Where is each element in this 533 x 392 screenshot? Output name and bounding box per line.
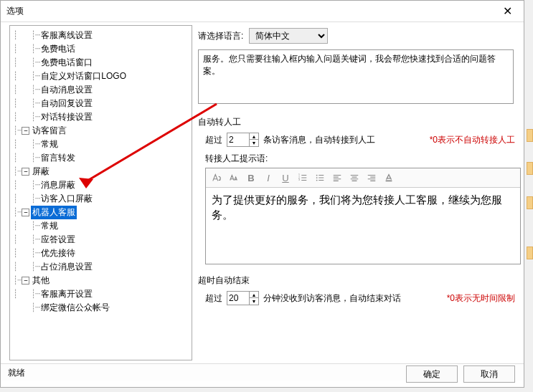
timeout-hint: *0表示无时间限制: [447, 292, 515, 305]
language-label: 请选择语言:: [198, 30, 243, 42]
unordered-list-icon[interactable]: [312, 170, 328, 186]
options-dialog: 选项 ✕ ┊ ┊┄客服离线设置 ┊ ┊┄免费电话 ┊ ┊┄免费电话窗口 ┊ ┊┄…: [0, 0, 524, 388]
timeout-prefix: 超过: [205, 292, 222, 305]
tree-item-general-2[interactable]: ┊ ┊┄常规: [10, 219, 192, 233]
align-left-icon[interactable]: [329, 170, 345, 186]
tree-item-free-call-window[interactable]: ┊ ┊┄免费电话窗口: [10, 56, 192, 70]
language-select[interactable]: 简体中文: [249, 28, 328, 44]
tree-item-placeholder-msg[interactable]: ┊ ┊┄占位消息设置: [10, 260, 192, 274]
auto-transfer-prefix: 超过: [205, 134, 222, 146]
svg-rect-6: [386, 181, 392, 182]
timeout-suffix: 分钟没收到访客消息，自动结束对话: [263, 292, 401, 305]
auto-transfer-count-input[interactable]: ▲▼: [227, 133, 259, 147]
collapse-icon[interactable]: −: [22, 277, 29, 285]
prompt-editor: B I U 123 为了提供更好的服务，我们将为您转接人工客服，继续为您服务。: [205, 168, 521, 264]
svg-point-5: [316, 180, 318, 181]
collapse-icon[interactable]: −: [22, 209, 29, 216]
nav-tree[interactable]: ┊ ┊┄客服离线设置 ┊ ┊┄免费电话 ┊ ┊┄免费电话窗口 ┊ ┊┄自定义对话…: [9, 25, 192, 360]
tree-group-visitor-message[interactable]: ┊┄−访客留言: [10, 124, 192, 138]
auto-transfer-hint: *0表示不自动转接人工: [430, 134, 515, 146]
tree-item-answer-setting[interactable]: ┊ ┊┄应答设置: [10, 233, 192, 247]
font-family-icon[interactable]: [209, 170, 225, 186]
spin-down-icon[interactable]: ▼: [249, 298, 258, 305]
prompt-label: 转接人工提示语:: [198, 153, 515, 165]
editor-toolbar: B I U 123: [206, 168, 520, 188]
tree-item-free-call[interactable]: ┊ ┊┄免费电话: [10, 42, 192, 56]
cancel-button[interactable]: 取消: [463, 365, 515, 383]
close-icon[interactable]: ✕: [496, 4, 518, 18]
spin-up-icon[interactable]: ▲: [249, 133, 258, 140]
font-size-icon[interactable]: [226, 170, 242, 186]
align-center-icon[interactable]: [346, 170, 362, 186]
ok-button[interactable]: 确定: [406, 365, 458, 383]
side-tabs: [527, 129, 533, 279]
greeting-textarea[interactable]: [198, 49, 514, 104]
tree-item-custom-logo[interactable]: ┊ ┊┄自定义对话窗口LOGO: [10, 70, 192, 83]
ordered-list-icon[interactable]: 123: [295, 170, 311, 186]
bold-icon[interactable]: B: [243, 170, 259, 186]
tree-item-general-1[interactable]: ┊ ┊┄常规: [10, 138, 192, 151]
tree-item-agent-leave[interactable]: ┊ ┊┄客服离开设置: [10, 287, 192, 301]
svg-point-3: [316, 175, 318, 176]
tree-item-message-forward[interactable]: ┊ ┊┄留言转发: [10, 151, 192, 165]
auto-transfer-title: 自动转人工: [198, 116, 515, 128]
collapse-icon[interactable]: −: [22, 127, 29, 135]
timeout-title: 超时自动结束: [198, 274, 515, 287]
spin-down-icon[interactable]: ▼: [249, 140, 258, 146]
side-tab[interactable]: [527, 196, 533, 209]
tree-group-block[interactable]: ┊┄−屏蔽: [10, 165, 192, 178]
tree-item-auto-message[interactable]: ┊ ┊┄自动消息设置: [10, 83, 192, 97]
tree-group-other[interactable]: ┊┄−其他: [10, 274, 192, 287]
tree-group-robot[interactable]: ┊┄−机器人客服: [10, 206, 192, 219]
auto-transfer-suffix: 条访客消息，自动转接到人工: [263, 134, 375, 146]
svg-point-4: [316, 177, 318, 178]
side-tab[interactable]: [527, 162, 533, 175]
italic-icon[interactable]: I: [260, 170, 276, 186]
tree-item-bind-wechat[interactable]: ┊┄绑定微信公众帐号: [10, 301, 192, 315]
tree-item-auto-reply[interactable]: ┊ ┊┄自动回复设置: [10, 97, 192, 110]
main-panel: 请选择语言: 简体中文 自动转人工 超过 ▲▼ 条访客消息，自动转接到人工 *0…: [192, 22, 524, 363]
tree-item-message-block[interactable]: ┊ ┊┄消息屏蔽: [10, 178, 192, 192]
spin-up-icon[interactable]: ▲: [249, 292, 258, 298]
text-color-icon[interactable]: [381, 170, 397, 186]
side-tab[interactable]: [527, 129, 533, 142]
tree-item-transfer[interactable]: ┊ ┊┄对话转接设置: [10, 110, 192, 124]
collapse-icon[interactable]: −: [22, 168, 29, 176]
tree-item-entry-block[interactable]: ┊ ┊┄访客入口屏蔽: [10, 192, 192, 206]
window-title: 选项: [6, 5, 496, 17]
tree-item-priority[interactable]: ┊ ┊┄优先接待: [10, 247, 192, 260]
underline-icon[interactable]: U: [278, 170, 293, 186]
tree-item-offline-setting[interactable]: ┊ ┊┄客服离线设置: [10, 29, 192, 42]
align-right-icon[interactable]: [364, 170, 379, 186]
prompt-body[interactable]: 为了提供更好的服务，我们将为您转接人工客服，继续为您服务。: [206, 188, 520, 264]
titlebar: 选项 ✕: [1, 1, 524, 22]
timeout-minutes-input[interactable]: ▲▼: [227, 291, 259, 305]
svg-text:3: 3: [298, 178, 300, 181]
side-tab[interactable]: [527, 247, 533, 259]
